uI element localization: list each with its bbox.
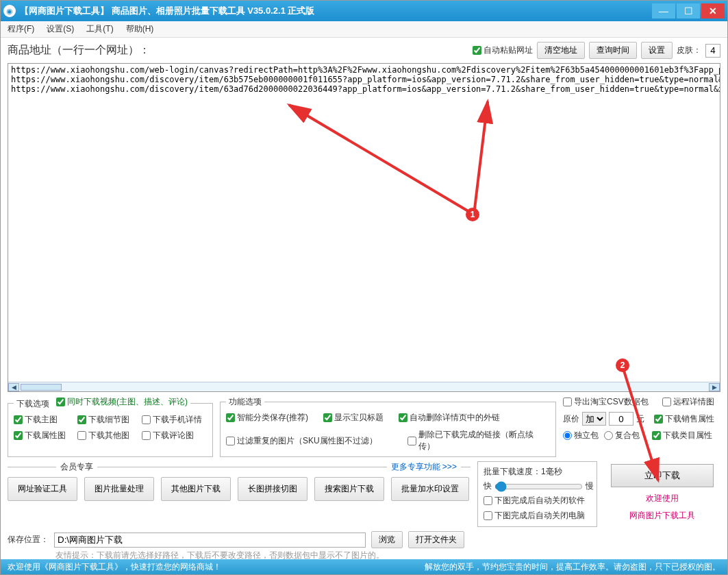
query-time-button[interactable]: 查询时间 <box>589 42 637 59</box>
speed-box: 批量下载速度：1毫秒 快 慢 下图完成后自动关闭软件 下图完成后自动关闭电脑 <box>477 461 597 527</box>
speed-fast-label: 快 <box>484 480 492 492</box>
open-folder-button[interactable]: 打开文件夹 <box>408 531 464 548</box>
horizontal-scrollbar[interactable]: ◀ ▶ <box>8 382 720 391</box>
scroll-right-icon[interactable]: ▶ <box>709 383 720 391</box>
tool-name-text: 网商图片下载工具 <box>629 510 695 522</box>
app-icon: ◉ <box>3 5 16 17</box>
scroll-track[interactable] <box>19 383 709 391</box>
save-row: 保存位置： 浏览 打开文件夹 <box>1 527 727 550</box>
download-button[interactable]: 立即下载 <box>611 464 714 487</box>
opt-detail-img[interactable]: 下载细节图 <box>77 414 134 426</box>
remote-detail-checkbox[interactable]: 远程详情图 <box>662 396 714 408</box>
menu-settings[interactable]: 设置(S) <box>47 23 74 35</box>
opt-main-img[interactable]: 下载主图 <box>14 414 71 426</box>
vip-section: 会员专享 更多专享功能 >>> 网址验证工具 图片批量处理 其他图片下载 长图拼… <box>8 461 470 527</box>
download-options-grid: 下载主图 下载细节图 下载手机详情 下载属性图 下载其他图 下载评论图 <box>14 414 207 441</box>
menu-tools[interactable]: 工具(T) <box>86 23 113 35</box>
save-path-input[interactable] <box>54 533 366 548</box>
skin-label: 皮肤： <box>677 45 701 56</box>
top-controls: 商品地址（一行一个网址）： 自动粘贴网址 清空地址 查询时间 设置 皮肤： <box>1 38 727 63</box>
status-left: 欢迎使用《网商图片下载工具》，快速打造您的网络商城！ <box>8 561 221 573</box>
vip-batch-process[interactable]: 图片批量处理 <box>84 477 154 501</box>
after-close-app[interactable]: 下图完成后自动关闭软件 <box>484 495 585 506</box>
welcome-text: 欢迎使用 <box>646 493 679 504</box>
opt-mobile-detail[interactable]: 下载手机详情 <box>142 414 207 426</box>
url-heading: 商品地址（一行一个网址）： <box>8 43 150 58</box>
opt-comment-img[interactable]: 下载评论图 <box>142 430 207 441</box>
statusbar: 欢迎使用《网商图片下载工具》，快速打造您的网络商城！ 解放您的双手，节约您宝贵的… <box>1 559 727 574</box>
vip-long-image[interactable]: 长图拼接切图 <box>238 477 307 501</box>
download-box: 立即下载 欢迎使用 网商图片下载工具 <box>604 461 720 527</box>
close-button[interactable]: ✕ <box>701 3 725 19</box>
skin-input[interactable] <box>705 44 720 58</box>
auto-paste-checkbox[interactable]: 自动粘贴网址 <box>473 45 533 56</box>
vip-other-download[interactable]: 其他图片下载 <box>161 477 231 501</box>
main-window: { "titlebar": { "icon_glyph": "◉", "titl… <box>0 0 728 575</box>
opt-remove-links[interactable]: 自动删除详情页中的外链 <box>399 412 500 424</box>
window-buttons: — ☐ ✕ <box>652 3 725 19</box>
lower-row: 会员专享 更多专享功能 >>> 网址验证工具 图片批量处理 其他图片下载 长图拼… <box>1 457 727 527</box>
price-value-input[interactable] <box>609 412 633 426</box>
clear-button[interactable]: 清空地址 <box>537 42 585 59</box>
right-column: 导出淘宝CSV数据包 远程详情图 原价 加 元 下载销售属性 独立包 复合包 下… <box>563 396 720 457</box>
func-options-legend: 功能选项 <box>226 396 264 408</box>
save-label: 保存位置： <box>8 534 49 546</box>
vip-legend-label: 会员专享 <box>60 461 93 473</box>
status-right: 解放您的双手，节约您宝贵的时间，提高工作效率。请勿盗图，只下已授权的图。 <box>425 561 720 573</box>
options-row: 下载选项 同时下载视频(主图、描述、评论) 下载主图 下载细节图 下载手机详情 … <box>1 392 727 457</box>
scroll-left-icon[interactable]: ◀ <box>8 383 19 391</box>
browse-button[interactable]: 浏览 <box>371 531 403 548</box>
menubar: 程序(F) 设置(S) 工具(T) 帮助(H) <box>1 21 727 38</box>
func-options-fieldset: 功能选项 智能分类保存(推荐) 显示宝贝标题 自动删除详情页中的外链 过滤重复的… <box>220 396 556 457</box>
speed-slider-row: 快 慢 <box>484 480 591 492</box>
vip-url-verify[interactable]: 网址验证工具 <box>8 477 77 501</box>
vip-more-link[interactable]: 更多专享功能 >>> <box>391 461 457 473</box>
price-unit: 元 <box>636 413 644 425</box>
vip-search-download[interactable]: 搜索图片下载 <box>314 477 384 501</box>
export-csv-checkbox[interactable]: 导出淘宝CSV数据包 <box>563 396 649 408</box>
minimize-button[interactable]: — <box>652 3 675 19</box>
opt-delete-done[interactable]: 删除已下载完成的链接（断点续传） <box>407 429 550 452</box>
opt-other-img[interactable]: 下载其他图 <box>77 430 134 441</box>
price-label: 原价 <box>563 413 579 425</box>
speed-slider[interactable] <box>494 481 583 492</box>
price-op-select[interactable]: 加 <box>582 412 606 426</box>
menu-program[interactable]: 程序(F) <box>8 23 34 35</box>
opt-filter-dup[interactable]: 过滤重复的图片（SKU属性图不过滤） <box>226 429 392 452</box>
class-attr-checkbox[interactable]: 下载类目属性 <box>652 430 712 441</box>
pack-single-radio[interactable]: 独立包 <box>563 430 599 441</box>
simul-video-checkbox[interactable]: 同时下载视频(主图、描述、评论) <box>56 396 188 408</box>
auto-paste-input[interactable] <box>473 46 481 55</box>
maximize-button[interactable]: ☐ <box>677 3 700 19</box>
titlebar: ◉ 【网商图片下载工具】 商品图片、相册照片批量下载工具 V35.0.2.1 正… <box>1 1 727 21</box>
sale-attr-checkbox[interactable]: 下载销售属性 <box>654 413 714 425</box>
opt-smart-save[interactable]: 智能分类保存(推荐) <box>226 412 308 424</box>
after-close-pc[interactable]: 下图完成后自动关闭电脑 <box>484 510 585 522</box>
speed-slow-label: 慢 <box>586 480 594 492</box>
speed-title: 批量下载速度：1毫秒 <box>484 466 591 478</box>
download-options-fieldset: 下载选项 同时下载视频(主图、描述、评论) 下载主图 下载细节图 下载手机详情 … <box>8 396 213 457</box>
vip-legend: 会员专享 更多专享功能 >>> <box>8 461 470 473</box>
price-row: 原价 加 元 下载销售属性 <box>563 412 720 426</box>
opt-show-title[interactable]: 显示宝贝标题 <box>323 412 384 424</box>
download-options-legend: 下载选项 同时下载视频(主图、描述、评论) <box>14 396 190 410</box>
pack-combo-radio[interactable]: 复合包 <box>604 430 640 441</box>
menu-help[interactable]: 帮助(H) <box>126 23 154 35</box>
scroll-thumb[interactable] <box>21 384 62 391</box>
url-area: ◀ ▶ 1 <box>8 63 720 392</box>
auto-paste-label: 自动粘贴网址 <box>484 45 533 56</box>
url-textarea[interactable] <box>8 64 720 383</box>
vip-watermark[interactable]: 批量加水印设置 <box>391 477 469 501</box>
opt-attr-img[interactable]: 下载属性图 <box>14 430 71 441</box>
vip-buttons: 网址验证工具 图片批量处理 其他图片下载 长图拼接切图 搜索图片下载 批量加水印… <box>8 477 470 501</box>
window-title: 【网商图片下载工具】 商品图片、相册照片批量下载工具 V35.0.2.1 正式版 <box>20 5 652 17</box>
settings-button[interactable]: 设置 <box>641 42 673 59</box>
